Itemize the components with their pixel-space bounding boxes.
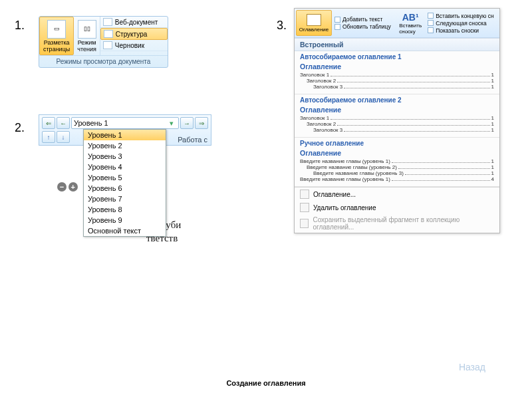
doc-expand-icons: − +	[57, 180, 78, 194]
collapse-icon[interactable]: −	[57, 182, 66, 192]
draft-icon	[103, 41, 112, 49]
save-toc-command: Сохранить выделенный фрагмент в коллекци…	[295, 214, 499, 233]
web-document-label: Веб-документ	[115, 19, 158, 26]
toc-preview-line: Заголовок 31	[300, 127, 494, 133]
toc-button-label: Оглавление	[299, 27, 329, 33]
toc-button[interactable]: Оглавление	[296, 10, 332, 36]
next-footnote-icon	[428, 20, 434, 26]
toc-preview-line: Заголовок 21	[300, 121, 494, 127]
outline-level-combo[interactable]: Уровень 1 ▾	[71, 117, 179, 129]
step-number-1: 1.	[15, 19, 25, 33]
outline-level-option[interactable]: Уровень 9	[84, 215, 166, 225]
footnote-icon: AB¹	[402, 12, 419, 23]
toc-item-name: Ручное оглавление	[300, 140, 494, 147]
outline-context-label: Работа с	[178, 136, 207, 144]
outline-level-option[interactable]: Уровень 3	[84, 151, 166, 162]
outline-level-option[interactable]: Уровень 6	[84, 183, 166, 194]
outline-level-option[interactable]: Уровень 7	[84, 194, 166, 204]
reading-mode-icon: ▯▯	[78, 20, 96, 39]
toc-gallery-item[interactable]: Автособираемое оглавление 2ОглавлениеЗаг…	[295, 94, 499, 138]
remove-toc-label: Удалить оглавление	[313, 204, 376, 211]
outline-level-panel: ⇐ ← Уровень 1 ▾ → ⇒ ↑ ↓ Работа с Уровень…	[39, 114, 211, 146]
insert-endnote-label: Вставить концевую сн	[436, 13, 493, 19]
show-footnotes-label: Показать сноски	[436, 27, 479, 34]
outline-level-value: Уровень 1	[74, 119, 108, 127]
toc-preview-line: Введите название главы (уровень 2)1	[300, 164, 494, 170]
toc-gallery-item[interactable]: Автособираемое оглавление 1ОглавлениеЗаг…	[295, 51, 499, 94]
slide-title: Создание оглавления	[0, 379, 532, 387]
toc-ribbon: Оглавление Добавить текст Обновить табли…	[295, 9, 499, 38]
demote-to-body-button[interactable]: ⇒	[195, 117, 208, 129]
toc-gallery-item[interactable]: Ручное оглавлениеОглавлениеВведите назва…	[295, 138, 499, 187]
insert-footnote-label: Вставить сноску	[399, 23, 422, 35]
outline-level-option[interactable]: Уровень 2	[84, 140, 166, 151]
next-footnote-label: Следующая сноска	[436, 20, 486, 27]
outline-level-option[interactable]: Уровень 5	[84, 172, 166, 183]
structure-button[interactable]: Структура	[100, 28, 168, 40]
toc-preview-line: Заголовок 11	[300, 72, 494, 78]
show-footnotes-button[interactable]: Показать сноски	[428, 27, 498, 34]
draft-label: Черновик	[115, 42, 144, 49]
expand-icon[interactable]: +	[68, 182, 78, 192]
back-link[interactable]: Назад	[459, 362, 485, 372]
outline-level-option[interactable]: Основной текст	[84, 225, 166, 236]
reading-mode-button[interactable]: ▯▯ Режим чтения	[74, 17, 100, 55]
update-table-label: Обновить таблицу	[342, 23, 391, 30]
toc-preview-line: Введите название главы (уровень 1)1	[300, 158, 494, 164]
outline-level-option[interactable]: Уровень 1	[84, 130, 166, 140]
chevron-down-icon: ▾	[167, 119, 176, 128]
web-document-icon	[103, 18, 112, 26]
insert-endnote-button[interactable]: Вставить концевую сн	[428, 13, 498, 19]
save-toc-icon	[300, 219, 309, 228]
step-number-3: 3.	[277, 19, 287, 33]
plus-icon	[334, 17, 340, 23]
toc-preview-line: Заголовок 31	[300, 84, 494, 90]
web-document-button[interactable]: Веб-документ	[100, 17, 168, 28]
page-layout-button[interactable]: ▭ Разметка страницы	[39, 17, 74, 55]
toc-icon	[307, 14, 321, 26]
builtin-header: Встроенный	[295, 38, 499, 51]
toc-gallery-panel: Оглавление Добавить текст Обновить табли…	[294, 8, 500, 233]
toc-preview-title: Оглавление	[300, 106, 494, 114]
outline-level-dropdown[interactable]: Уровень 1Уровень 2Уровень 3Уровень 4Уров…	[83, 129, 166, 237]
demote-button[interactable]: →	[180, 117, 194, 129]
toc-preview-line: Заголовок 21	[300, 78, 494, 84]
toc-item-name: Автособираемое оглавление 2	[300, 96, 494, 104]
toc-dialog-icon	[300, 190, 309, 199]
toc-preview-line: Заголовок 11	[300, 115, 494, 121]
outline-level-option[interactable]: Уровень 4	[84, 162, 166, 172]
reading-mode-label: Режим чтения	[77, 40, 96, 53]
toc-item-name: Автособираемое оглавление 1	[300, 53, 494, 61]
toc-preview-title: Оглавление	[300, 149, 494, 157]
view-modes-caption: Режимы просмотра документа	[39, 55, 168, 67]
add-text-button[interactable]: Добавить текст	[334, 16, 393, 23]
structure-icon	[104, 30, 113, 38]
move-up-button[interactable]: ↑	[42, 131, 55, 143]
move-down-button[interactable]: ↓	[57, 131, 70, 143]
toc-preview-line: Введите название главы (уровень 3)1	[300, 170, 494, 176]
insert-footnote-button[interactable]: AB¹ Вставить сноску	[394, 9, 426, 37]
remove-toc-command[interactable]: Удалить оглавление	[295, 201, 499, 214]
remove-toc-icon	[300, 203, 309, 212]
view-modes-panel: ▭ Разметка страницы ▯▯ Режим чтения Веб-…	[39, 16, 168, 68]
step-number-2: 2.	[15, 121, 25, 135]
draft-button[interactable]: Черновик	[100, 40, 168, 51]
refresh-icon	[334, 24, 340, 30]
add-text-label: Добавить текст	[342, 16, 382, 23]
page-layout-label: Разметка страницы	[43, 40, 70, 53]
insert-toc-command[interactable]: Оглавление...	[295, 188, 499, 201]
update-table-button[interactable]: Обновить таблицу	[334, 23, 393, 30]
page-layout-icon: ▭	[47, 20, 66, 39]
toc-preview-title: Оглавление	[300, 63, 494, 70]
show-footnotes-icon	[428, 27, 434, 33]
promote-to-top-button[interactable]: ⇐	[42, 117, 55, 129]
toc-preview-line: Введите название главы (уровень 1)4	[300, 176, 494, 182]
structure-label: Структура	[116, 31, 147, 38]
next-footnote-button[interactable]: Следующая сноска	[428, 20, 498, 27]
insert-toc-label: Оглавление...	[313, 191, 356, 198]
promote-button[interactable]: ←	[57, 117, 70, 129]
outline-level-option[interactable]: Уровень 8	[84, 204, 166, 215]
save-toc-label: Сохранить выделенный фрагмент в коллекци…	[313, 216, 494, 231]
endnote-icon	[428, 13, 434, 19]
